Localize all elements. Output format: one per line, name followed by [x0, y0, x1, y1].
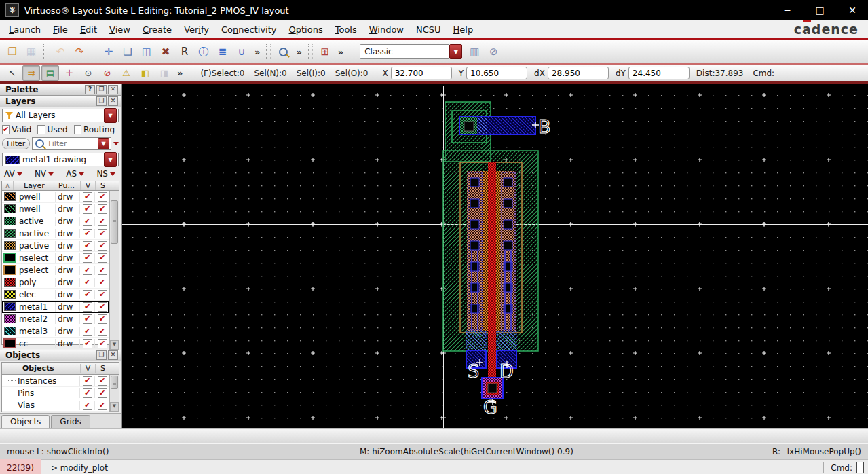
selectable-checkbox[interactable]: ✔ — [98, 217, 107, 226]
save-button[interactable]: ▦ — [22, 43, 40, 60]
visible-checkbox[interactable]: ✔ — [83, 278, 92, 287]
toolbar-overflow-icon[interactable]: » — [251, 47, 263, 57]
selectable-checkbox[interactable]: ✔ — [98, 401, 107, 410]
visible-checkbox[interactable]: ✔ — [83, 290, 92, 299]
object-row-pins[interactable]: Pins✔✔ — [2, 387, 109, 399]
visible-checkbox[interactable]: ✔ — [83, 388, 92, 398]
layer-row-metal3[interactable]: metal3drw✔✔ — [2, 325, 109, 338]
layer-row-metal2[interactable]: metal2drw✔✔ — [2, 313, 109, 325]
stop-button[interactable]: ⊘ — [98, 65, 116, 81]
delete-button[interactable]: ✖ — [157, 43, 174, 60]
menu-view[interactable]: View — [103, 22, 136, 37]
visible-checkbox[interactable]: ✔ — [83, 401, 92, 410]
selectable-checkbox[interactable]: ✔ — [98, 266, 107, 275]
close-button[interactable]: ✕ — [842, 5, 863, 16]
visible-checkbox[interactable]: ✔ — [83, 339, 92, 348]
create-via-button[interactable]: ⊞ — [316, 43, 334, 60]
layer-row-nselect[interactable]: nselectdrw✔✔ — [2, 252, 109, 264]
layer-row-metal1[interactable]: metal1drw✔✔ — [2, 301, 109, 313]
menu-ncsu[interactable]: NCSU — [410, 22, 447, 37]
save-workspace-button[interactable]: ▥ — [466, 43, 483, 60]
tab-grids[interactable]: Grids — [51, 415, 90, 428]
workspace-select[interactable]: Classic▼ — [360, 44, 462, 59]
mode-nv[interactable]: NV — [35, 169, 54, 179]
chevron-down-icon[interactable] — [113, 142, 119, 145]
command-input-caret[interactable] — [856, 462, 864, 473]
visible-checkbox[interactable]: ✔ — [83, 217, 92, 226]
menu-window[interactable]: Window — [363, 22, 410, 37]
close-objects-icon[interactable]: ✕ — [108, 350, 118, 360]
scroll-down-icon[interactable]: ▼ — [110, 340, 119, 350]
tab-objects[interactable]: Objects — [1, 415, 50, 428]
layer-row-elec[interactable]: elecdrw✔✔ — [2, 289, 109, 301]
layer-row-active[interactable]: activedrw✔✔ — [2, 215, 109, 227]
close-layers-icon[interactable]: ✕ — [108, 96, 118, 106]
float-objects-icon[interactable]: ❐ — [96, 350, 107, 360]
coord-input-x[interactable] — [391, 67, 452, 79]
check-button[interactable]: ⚠ — [117, 65, 135, 81]
selectable-checkbox[interactable]: ✔ — [98, 339, 107, 348]
menu-launch[interactable]: Launch — [3, 22, 47, 37]
selectable-checkbox[interactable]: ✔ — [98, 327, 107, 336]
mode-ns[interactable]: NS — [96, 169, 115, 179]
menu-tools[interactable]: Tools — [329, 22, 363, 37]
selectable-checkbox[interactable]: ✔ — [98, 376, 107, 386]
selectable-checkbox[interactable]: ✔ — [98, 241, 107, 251]
chevron-down-icon[interactable]: ▼ — [104, 152, 117, 167]
mode-av[interactable]: AV — [4, 169, 22, 179]
layer-visibility-button[interactable]: ▤ — [41, 65, 59, 81]
info-button[interactable]: ⓘ — [195, 43, 212, 60]
layer-row-poly[interactable]: polydrw✔✔ — [2, 276, 109, 289]
coord-input-dy[interactable] — [628, 67, 690, 79]
partial-select-button[interactable]: ⇉ — [22, 65, 40, 81]
stretch-button[interactable]: ◫ — [138, 43, 155, 60]
scroll-down-icon[interactable]: ▼ — [110, 402, 119, 412]
layer-row-cc[interactable]: ccdrw✔✔ — [2, 338, 109, 350]
toolbar-overflow-icon[interactable]: » — [335, 47, 347, 57]
zoom-in-button[interactable] — [274, 43, 292, 60]
select-filter-button[interactable]: ⊙ — [79, 65, 97, 81]
selectable-checkbox[interactable]: ✔ — [98, 314, 107, 324]
layer-scope-select[interactable]: All Layers ▼ — [2, 109, 119, 122]
selectable-checkbox[interactable]: ✔ — [98, 290, 107, 299]
scrollbar-thumb[interactable] — [111, 200, 118, 244]
maximize-button[interactable]: □ — [810, 5, 830, 16]
properties-button[interactable]: R — [176, 43, 193, 60]
layer-filter-box[interactable]: ▼ — [32, 137, 111, 150]
visible-checkbox[interactable]: ✔ — [83, 241, 92, 251]
coord-input-y[interactable] — [466, 67, 527, 79]
visible-checkbox[interactable]: ✔ — [83, 204, 92, 214]
toolbar-overflow-icon[interactable]: » — [293, 47, 305, 57]
visible-checkbox[interactable]: ✔ — [83, 327, 92, 336]
visible-checkbox[interactable]: ✔ — [83, 376, 92, 386]
scrollbar-thumb[interactable] — [111, 376, 118, 389]
command-prompt[interactable]: > modify_plot — [51, 463, 108, 473]
selectable-checkbox[interactable]: ✔ — [98, 253, 107, 263]
visible-checkbox[interactable]: ✔ — [83, 192, 92, 202]
current-layer-select[interactable]: metal1 drawing ▼ — [2, 153, 119, 166]
objects-scrollbar[interactable]: ▼ — [109, 375, 119, 412]
gravity-button[interactable]: ✛ — [60, 65, 78, 81]
selectable-checkbox[interactable]: ✔ — [98, 302, 107, 312]
layout-canvas[interactable]: B S D G — [122, 84, 868, 428]
coord-input-dx[interactable] — [548, 67, 609, 79]
selectable-checkbox[interactable]: ✔ — [98, 229, 107, 238]
selectable-checkbox[interactable]: ✔ — [98, 204, 107, 214]
float-layers-icon[interactable]: ❐ — [96, 96, 107, 106]
menu-create[interactable]: Create — [136, 22, 178, 37]
toolbar-overflow-icon[interactable]: » — [174, 68, 186, 78]
menu-options[interactable]: Options — [283, 22, 329, 37]
chevron-down-icon[interactable]: ▼ — [104, 108, 117, 123]
layer-row-pselect[interactable]: pselectdrw✔✔ — [2, 264, 109, 276]
layer-row-pwell[interactable]: pwelldrw✔✔ — [2, 191, 109, 203]
chevron-down-icon[interactable]: ▼ — [449, 44, 462, 59]
copy-button[interactable]: ❏ — [119, 43, 136, 60]
visible-checkbox[interactable]: ✔ — [83, 253, 92, 263]
minimize-button[interactable]: ─ — [777, 5, 797, 16]
visible-checkbox[interactable]: ✔ — [83, 229, 92, 238]
float-panel-icon[interactable]: ❐ — [96, 85, 107, 94]
menu-file[interactable]: File — [47, 22, 74, 37]
layer-filter-input[interactable] — [47, 139, 95, 149]
used-checkbox[interactable] — [37, 125, 45, 134]
valid-checkbox[interactable]: ✔ — [2, 125, 10, 134]
